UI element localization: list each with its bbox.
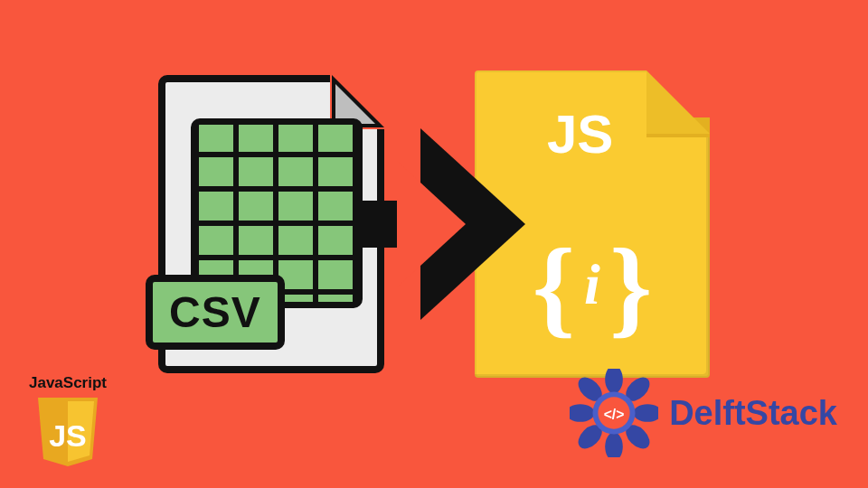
delftstack-brand-text: DelftStack (669, 394, 837, 433)
shield-text: JS (49, 418, 87, 453)
mandala-icon: </> (570, 369, 658, 457)
js-fold-triangle (646, 70, 710, 134)
curly-close-icon: } (609, 233, 652, 342)
mandala-glyph: </> (604, 407, 625, 422)
illustration-center: CSV JS { i } (158, 70, 710, 378)
svg-point-6 (605, 433, 623, 457)
js-curly-group: { i } (533, 233, 652, 342)
javascript-logo-title: JavaScript (27, 374, 108, 392)
javascript-shield-icon: JS (34, 396, 101, 468)
csv-badge-label: CSV (146, 275, 285, 350)
curly-open-icon: { (533, 233, 575, 342)
svg-point-8 (570, 404, 594, 422)
svg-point-4 (634, 404, 658, 422)
arrow-notch (397, 161, 466, 287)
svg-point-2 (605, 369, 623, 393)
delftstack-logo: </> DelftStack (570, 369, 837, 457)
javascript-logo: JavaScript JS (27, 374, 108, 468)
semicolon-icon: i (584, 251, 600, 324)
csv-file-icon: CSV (158, 75, 384, 373)
arrow-right-icon (357, 125, 502, 324)
js-file-label: JS (547, 103, 613, 165)
